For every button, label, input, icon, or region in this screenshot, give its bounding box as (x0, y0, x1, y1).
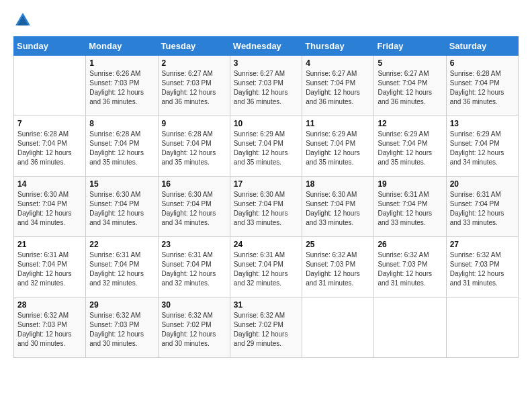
day-cell: 2Sunrise: 6:27 AMSunset: 7:03 PMDaylight… (158, 56, 230, 116)
day-info: Sunrise: 6:32 AMSunset: 7:03 PMDaylight:… (89, 311, 154, 349)
day-cell: 11Sunrise: 6:29 AMSunset: 7:04 PMDayligh… (302, 116, 374, 177)
day-cell: 7Sunrise: 6:28 AMSunset: 7:04 PMDaylight… (14, 116, 86, 177)
day-number: 23 (162, 240, 226, 249)
day-number: 20 (450, 179, 515, 189)
day-number: 28 (17, 300, 82, 310)
day-info: Sunrise: 6:29 AMSunset: 7:04 PMDaylight:… (234, 130, 298, 167)
day-info: Sunrise: 6:31 AMSunset: 7:04 PMDaylight:… (378, 190, 442, 228)
day-number: 22 (89, 240, 154, 249)
day-cell: 21Sunrise: 6:31 AMSunset: 7:04 PMDayligh… (14, 237, 86, 298)
day-number: 26 (378, 240, 442, 249)
calendar-table: SundayMondayTuesdayWednesdayThursdayFrid… (13, 36, 519, 358)
day-cell: 24Sunrise: 6:31 AMSunset: 7:04 PMDayligh… (230, 237, 302, 298)
day-number: 14 (17, 179, 82, 189)
day-info: Sunrise: 6:32 AMSunset: 7:02 PMDaylight:… (162, 311, 226, 349)
day-info: Sunrise: 6:29 AMSunset: 7:04 PMDaylight:… (306, 130, 370, 167)
day-number: 2 (162, 58, 226, 68)
day-info: Sunrise: 6:31 AMSunset: 7:04 PMDaylight:… (162, 250, 226, 288)
week-row-5: 28Sunrise: 6:32 AMSunset: 7:03 PMDayligh… (14, 298, 519, 358)
day-cell: 22Sunrise: 6:31 AMSunset: 7:04 PMDayligh… (86, 237, 158, 298)
day-info: Sunrise: 6:31 AMSunset: 7:04 PMDaylight:… (89, 250, 154, 288)
col-header-thursday: Thursday (302, 37, 374, 56)
day-cell: 19Sunrise: 6:31 AMSunset: 7:04 PMDayligh… (374, 177, 446, 237)
day-number: 21 (17, 240, 82, 249)
week-row-3: 14Sunrise: 6:30 AMSunset: 7:04 PMDayligh… (14, 177, 519, 237)
week-row-1: 1Sunrise: 6:26 AMSunset: 7:03 PMDaylight… (14, 56, 519, 116)
logo (13, 11, 35, 30)
day-cell: 26Sunrise: 6:32 AMSunset: 7:03 PMDayligh… (374, 237, 446, 298)
day-cell: 1Sunrise: 6:26 AMSunset: 7:03 PMDaylight… (86, 56, 158, 116)
day-cell: 28Sunrise: 6:32 AMSunset: 7:03 PMDayligh… (14, 298, 86, 358)
day-number: 24 (234, 240, 298, 249)
day-info: Sunrise: 6:32 AMSunset: 7:03 PMDaylight:… (17, 311, 82, 349)
day-info: Sunrise: 6:32 AMSunset: 7:03 PMDaylight:… (450, 250, 515, 288)
day-cell: 16Sunrise: 6:30 AMSunset: 7:04 PMDayligh… (158, 177, 230, 237)
day-cell: 4Sunrise: 6:27 AMSunset: 7:04 PMDaylight… (302, 56, 374, 116)
day-number: 31 (234, 300, 298, 310)
day-info: Sunrise: 6:26 AMSunset: 7:03 PMDaylight:… (89, 69, 154, 107)
logo-icon (13, 11, 32, 30)
day-info: Sunrise: 6:29 AMSunset: 7:04 PMDaylight:… (450, 130, 515, 167)
day-cell (374, 298, 446, 358)
col-header-monday: Monday (86, 37, 158, 56)
day-info: Sunrise: 6:30 AMSunset: 7:04 PMDaylight:… (234, 190, 298, 228)
day-info: Sunrise: 6:32 AMSunset: 7:03 PMDaylight:… (378, 250, 442, 288)
day-info: Sunrise: 6:31 AMSunset: 7:04 PMDaylight:… (450, 190, 515, 228)
day-cell: 12Sunrise: 6:29 AMSunset: 7:04 PMDayligh… (374, 116, 446, 177)
day-number: 7 (17, 119, 82, 128)
day-number: 3 (234, 58, 298, 68)
day-cell: 5Sunrise: 6:27 AMSunset: 7:04 PMDaylight… (374, 56, 446, 116)
day-cell: 10Sunrise: 6:29 AMSunset: 7:04 PMDayligh… (230, 116, 302, 177)
day-number: 16 (162, 179, 226, 189)
day-cell: 31Sunrise: 6:32 AMSunset: 7:02 PMDayligh… (230, 298, 302, 358)
day-info: Sunrise: 6:30 AMSunset: 7:04 PMDaylight:… (162, 190, 226, 228)
day-number: 4 (306, 58, 370, 68)
day-number: 15 (89, 179, 154, 189)
col-header-saturday: Saturday (446, 37, 518, 56)
day-cell: 23Sunrise: 6:31 AMSunset: 7:04 PMDayligh… (158, 237, 230, 298)
day-number: 8 (89, 119, 154, 128)
day-cell: 14Sunrise: 6:30 AMSunset: 7:04 PMDayligh… (14, 177, 86, 237)
day-number: 18 (306, 179, 370, 189)
day-cell (14, 56, 86, 116)
col-header-friday: Friday (374, 37, 446, 56)
day-number: 5 (378, 58, 442, 68)
day-cell: 3Sunrise: 6:27 AMSunset: 7:03 PMDaylight… (230, 56, 302, 116)
day-info: Sunrise: 6:28 AMSunset: 7:04 PMDaylight:… (450, 69, 515, 107)
day-info: Sunrise: 6:29 AMSunset: 7:04 PMDaylight:… (378, 130, 442, 167)
day-cell: 29Sunrise: 6:32 AMSunset: 7:03 PMDayligh… (86, 298, 158, 358)
day-info: Sunrise: 6:30 AMSunset: 7:04 PMDaylight:… (306, 190, 370, 228)
day-number: 1 (89, 58, 154, 68)
day-cell (302, 298, 374, 358)
day-info: Sunrise: 6:27 AMSunset: 7:03 PMDaylight:… (234, 69, 298, 107)
day-cell: 17Sunrise: 6:30 AMSunset: 7:04 PMDayligh… (230, 177, 302, 237)
day-number: 9 (162, 119, 226, 128)
day-info: Sunrise: 6:31 AMSunset: 7:04 PMDaylight:… (17, 250, 82, 288)
day-cell: 9Sunrise: 6:28 AMSunset: 7:04 PMDaylight… (158, 116, 230, 177)
week-row-2: 7Sunrise: 6:28 AMSunset: 7:04 PMDaylight… (14, 116, 519, 177)
day-cell: 25Sunrise: 6:32 AMSunset: 7:03 PMDayligh… (302, 237, 374, 298)
day-number: 27 (450, 240, 515, 249)
day-info: Sunrise: 6:27 AMSunset: 7:04 PMDaylight:… (306, 69, 370, 107)
day-info: Sunrise: 6:30 AMSunset: 7:04 PMDaylight:… (89, 190, 154, 228)
col-header-sunday: Sunday (14, 37, 86, 56)
day-number: 12 (378, 119, 442, 128)
day-info: Sunrise: 6:30 AMSunset: 7:04 PMDaylight:… (17, 190, 82, 228)
day-cell (446, 298, 518, 358)
day-cell: 6Sunrise: 6:28 AMSunset: 7:04 PMDaylight… (446, 56, 518, 116)
day-cell: 27Sunrise: 6:32 AMSunset: 7:03 PMDayligh… (446, 237, 518, 298)
day-info: Sunrise: 6:28 AMSunset: 7:04 PMDaylight:… (162, 130, 226, 167)
day-info: Sunrise: 6:32 AMSunset: 7:03 PMDaylight:… (306, 250, 370, 288)
day-info: Sunrise: 6:28 AMSunset: 7:04 PMDaylight:… (89, 130, 154, 167)
day-number: 13 (450, 119, 515, 128)
col-header-tuesday: Tuesday (158, 37, 230, 56)
day-cell: 18Sunrise: 6:30 AMSunset: 7:04 PMDayligh… (302, 177, 374, 237)
day-cell: 20Sunrise: 6:31 AMSunset: 7:04 PMDayligh… (446, 177, 518, 237)
day-cell: 8Sunrise: 6:28 AMSunset: 7:04 PMDaylight… (86, 116, 158, 177)
col-header-wednesday: Wednesday (230, 37, 302, 56)
day-info: Sunrise: 6:32 AMSunset: 7:02 PMDaylight:… (234, 311, 298, 349)
day-info: Sunrise: 6:27 AMSunset: 7:04 PMDaylight:… (378, 69, 442, 107)
day-number: 10 (234, 119, 298, 128)
day-number: 30 (162, 300, 226, 310)
day-number: 17 (234, 179, 298, 189)
